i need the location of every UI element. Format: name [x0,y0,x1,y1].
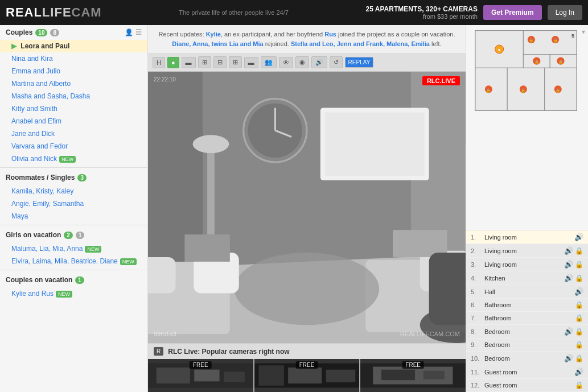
new-badge: NEW [85,246,101,253]
sound-icon: 🔊 [564,327,573,336]
room-item-5[interactable]: 5. Hall 🔊 [466,285,588,299]
couple-name: Nina and Kira [11,55,53,63]
sound-icon: 🔊 [564,246,573,255]
svg-text:🔒: 🔒 [553,38,558,43]
room-item-12[interactable]: 12. Guest room 🔒 [466,379,588,392]
svg-rect-33 [258,365,283,385]
couples-section-header: Couples 10 8 👤 ☰ [0,25,147,40]
couple-name: Jane and Dick [11,130,55,138]
room-name: Hall [484,288,572,295]
lock-icon: 🔒 [575,301,583,309]
room-name: Living room [484,247,562,254]
popular-cameras-title: RLC Live: Popular cameras right now [168,348,289,356]
sidebar-item-olivia-nick[interactable]: Olivia and NickNEW [0,152,147,165]
room-item-3[interactable]: 3. Living room 🔊 🔒 [466,258,588,271]
logo: REALLIFECAM [6,5,102,20]
sidebar-item-leora-paul[interactable]: ▶ Leora and Paul [0,40,147,52]
toolbar-layout3-button[interactable]: ⊟ [213,56,227,68]
girls-name: Elvira, Laima, Mila, Beatrice, Diane [11,257,118,265]
get-premium-button[interactable]: Get Premium [483,5,542,20]
room-item-10[interactable]: 10. Bedroom 🔊 🔒 [466,352,588,365]
sidebar-item-maya[interactable]: Maya [0,210,147,222]
room-name: Bathroom [484,302,573,308]
login-button[interactable]: Log In [548,5,582,20]
notif-rejoined-text: rejoined. [264,40,291,47]
roommates-name: Kamila, Kristy, Kaley [11,187,73,195]
thumb-3[interactable]: FREE [360,359,466,392]
sidebar-item-kitty-smith[interactable]: Kitty and Smith [0,102,147,115]
toolbar-audio-button[interactable]: 🔊 [311,56,327,68]
notification-bar: Recent updates: Kylie, an ex-participant… [148,25,466,53]
camera-feed [148,72,466,343]
svg-rect-34 [288,368,322,383]
sidebar-item-elvira[interactable]: Elvira, Laima, Mila, Beatrice, DianeNEW [0,255,147,267]
room-item-4[interactable]: 4. Kitchen 🔊 🔒 [466,271,588,285]
lock-icon: 🔒 [575,381,583,389]
toolbar-hd-button[interactable]: H [153,57,165,68]
notif-text2: , an ex-participant, and her boyfriend [221,31,324,38]
lock-icon: 🔒 [575,247,583,255]
thumb-1[interactable]: FREE [148,359,253,392]
toolbar-eye-button[interactable]: 👁 [279,57,293,68]
divider [0,270,147,270]
room-item-6[interactable]: 6. Bathroom 🔒 [466,299,588,312]
room-num: 8. [471,328,482,335]
sidebar-item-maluma[interactable]: Maluma, Lia, Mia, AnnaNEW [0,242,147,255]
room-item-2[interactable]: 2. Living room 🔊 🔒 [466,244,588,258]
room-icons: 🔊 [574,233,583,241]
couples-badge-total: 8 [50,29,59,36]
roommates-name: Maya [11,212,28,220]
sound-icon: 🔊 [564,274,573,282]
toolbar-replay-button[interactable]: REPLAY [345,57,374,68]
notif-rus: Rus [324,31,336,38]
thumb-2[interactable]: FREE [254,359,360,392]
toolbar-person-button[interactable]: 👥 [261,56,277,68]
room-icons: 🔊 🔒 [564,274,583,282]
free-badge-3: FREE [402,361,424,369]
svg-text:🔒: 🔒 [534,59,540,64]
toolbar-record-button[interactable]: ● [167,57,179,68]
sidebar-item-emma-julio[interactable]: Emma and Julio [0,65,147,77]
divider [0,167,147,168]
sidebar-item-anabel-efim[interactable]: Anabel and Efim [0,115,147,127]
svg-text:🔒: 🔒 [558,59,564,64]
new-badge: NEW [59,156,76,163]
room-item-11[interactable]: 11. Guest room 🔊 [466,365,588,379]
main-layout: Couples 10 8 👤 ☰ ▶ Leora and Paul Nina a… [0,25,588,392]
room-name: Kitchen [484,275,562,282]
bottom-strip: R RLC Live: Popular cameras right now [148,343,466,359]
price-info: from $33 per month [366,13,478,20]
toolbar-layout1-button[interactable]: ▬ [182,57,196,68]
floor-plan: ▾ 11 🔒 🔒 🔒 [466,25,588,230]
room-item-1[interactable]: 1. Living room 🔊 [466,230,588,244]
svg-text:5: 5 [571,33,574,39]
sidebar-item-masha-sasha[interactable]: Masha and Sasha, Dasha [0,90,147,102]
toolbar-layout2-button[interactable]: ⊞ [198,56,211,68]
couples-vac-badge: 1 [75,277,84,284]
sidebar-item-martina-alberto[interactable]: Martina and Alberto [0,77,147,90]
menu-icon: ☰ [135,28,142,36]
toolbar-cam-button[interactable]: ◉ [295,56,309,68]
toolbar-refresh-button[interactable]: ↺ [330,56,343,68]
room-num: 5. [471,288,482,295]
new-badge: NEW [120,258,137,265]
room-list: 1. Living room 🔊 2. Living room 🔊 🔒 3. L… [466,230,588,392]
sidebar-item-nina-kira[interactable]: Nina and Kira [0,52,147,65]
sidebar-item-jane-dick[interactable]: Jane and Dick [0,127,147,140]
sidebar-item-varvara-fedor[interactable]: Varvara and Fedor [0,140,147,152]
couple-vac-name: Kylie and Rus [11,290,54,298]
room-num: 11. [471,369,482,376]
room-item-7[interactable]: 7. Bathroom 🔒 [466,312,588,325]
sidebar-item-kylie-rus[interactable]: Kylie and RusNEW [0,287,147,300]
sidebar-item-kamila[interactable]: Kamila, Kristy, Kaley [0,185,147,197]
sidebar-item-angie[interactable]: Angie, Emily, Samantha [0,197,147,210]
toolbar-grid-button[interactable]: ⊞ [229,56,242,68]
room-icons: 🔊 🔒 [564,260,583,269]
toolbar-wide-button[interactable]: ▬ [244,57,258,68]
floor-plan-toggle[interactable]: ▾ [582,28,585,36]
room-item-8[interactable]: 8. Bedroom 🔊 🔒 [466,325,588,339]
couple-name: Kitty and Smith [11,105,57,113]
floor-plan-svg: 11 🔒 🔒 🔒 🔒 🔒 🔒 🔒 ● 5 [469,28,583,113]
logo-life: LIFE [42,5,72,19]
room-item-9[interactable]: 9. Bedroom 🔒 [466,339,588,352]
